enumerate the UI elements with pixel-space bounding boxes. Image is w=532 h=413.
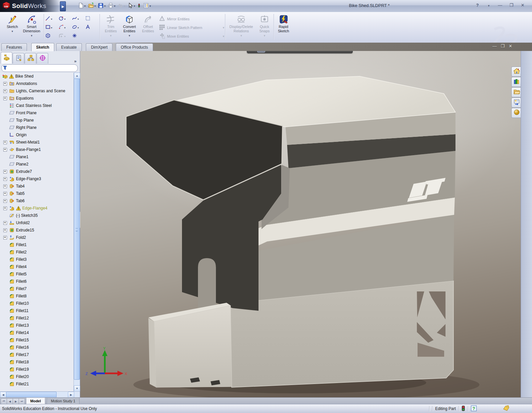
tab-model[interactable]: Model xyxy=(26,398,45,404)
tree-item-front-plane[interactable]: Front Plane xyxy=(0,109,74,117)
tree-item-fillet7[interactable]: Fillet7 xyxy=(0,285,74,292)
open-doc-button[interactable]: ▾ xyxy=(87,1,97,11)
tree-item-fillet4[interactable]: Fillet4 xyxy=(0,263,74,270)
expand-toggle[interactable] xyxy=(3,221,7,225)
zoom-area-button[interactable] xyxy=(258,51,265,52)
previous-view-button[interactable] xyxy=(266,51,273,52)
vertical-scroll-thumb[interactable] xyxy=(74,79,80,380)
tree-item-fillet6[interactable]: Fillet6 xyxy=(0,278,74,285)
restore-button[interactable]: ❐ xyxy=(508,3,515,8)
tree-item-annotations[interactable]: AAnnotations xyxy=(0,80,74,87)
move-entities-caret[interactable]: ▾ xyxy=(223,35,224,38)
appearance-button[interactable]: ▾ xyxy=(312,51,321,52)
tree-item-right-plane[interactable]: Right Plane xyxy=(0,124,74,131)
task-pane-design-library-tab[interactable] xyxy=(511,77,521,87)
save-doc-button[interactable]: ▾ xyxy=(97,1,106,11)
scroll-down-button[interactable]: ▼ xyxy=(74,385,80,392)
smart-dimension-dropdown-caret[interactable]: ▾ xyxy=(22,34,41,37)
tab-motion-study-1[interactable]: Motion Study 1 xyxy=(47,398,80,404)
tab-evaluate[interactable]: Evaluate xyxy=(56,43,82,51)
expand-toggle[interactable] xyxy=(3,206,7,210)
spline-tool-button[interactable]: ▾ xyxy=(72,16,85,22)
tab-dimxpert[interactable]: DimXpert xyxy=(86,43,112,51)
study-nav-first-button[interactable]: ⏮ xyxy=(1,398,7,404)
expand-toggle[interactable] xyxy=(3,89,7,93)
new-doc-button[interactable]: ▾ xyxy=(77,1,87,11)
help-button[interactable]: ? xyxy=(474,3,481,8)
scene-button[interactable]: ▾ xyxy=(322,51,331,52)
tab-features[interactable]: Features xyxy=(1,43,27,51)
expand-toggle[interactable] xyxy=(3,177,7,181)
offset-entities-button[interactable]: Offset Entities xyxy=(138,13,158,41)
tree-item-fillet1[interactable]: Fillet1 xyxy=(0,241,74,248)
circle-tool-button[interactable]: ▾ xyxy=(59,16,72,22)
tree-item-fillet5[interactable]: Fillet5 xyxy=(0,270,74,278)
featuremanager-tab[interactable] xyxy=(1,52,12,64)
tree-horizontal-scrollbar[interactable]: ◀ ▶ xyxy=(0,391,80,398)
select-cursor-button[interactable]: ▾ xyxy=(127,1,136,11)
linear-sketch-pattern-button[interactable]: Linear Sketch Pattern ▾ xyxy=(159,23,224,32)
tree-item-base-flange1[interactable]: Base-Flange1 xyxy=(0,146,74,153)
study-nav-last-button[interactable]: ⏭ xyxy=(19,398,25,404)
tree-item-unfold2[interactable]: Unfold2 xyxy=(0,219,74,226)
tree-item-fillet18[interactable]: Fillet18 xyxy=(0,358,74,366)
display-style-button[interactable]: ▾ xyxy=(292,51,301,52)
tab-sketch[interactable]: Sketch xyxy=(31,43,54,51)
tree-item-fillet17[interactable]: Fillet17 xyxy=(0,351,74,358)
tree-item-sheet-metal1[interactable]: Sheet-Metal1 xyxy=(0,139,74,146)
scroll-up-button[interactable]: ▲ xyxy=(74,73,80,79)
study-nav-next-button[interactable]: ▶ xyxy=(13,398,19,404)
selection-filter-button[interactable] xyxy=(136,1,142,11)
view-orientation-button[interactable]: ▾ xyxy=(282,51,291,52)
expand-toggle[interactable] xyxy=(3,141,7,144)
tree-item-tab5[interactable]: Tab5 xyxy=(0,190,74,197)
rectangle-tool-button[interactable]: ▾ xyxy=(45,24,59,31)
trim-dropdown-caret[interactable]: ▾ xyxy=(101,34,120,37)
expand-toggle[interactable] xyxy=(3,199,7,203)
tree-item-equations[interactable]: ΣEquations xyxy=(0,95,74,102)
tree-item-tab6[interactable]: Tab6 xyxy=(0,197,74,205)
tree-vertical-scrollbar[interactable]: ▲ ▼ xyxy=(74,73,80,391)
display-delete-caret[interactable]: ▾ xyxy=(227,34,256,37)
tree-item-extrude7[interactable]: Extrude7 xyxy=(0,168,74,175)
tree-item-fillet14[interactable]: Fillet14 xyxy=(0,329,74,336)
display-delete-relations-button[interactable]: Display/Delete Relations ▾ xyxy=(227,13,256,41)
task-pane-file-explorer-tab[interactable] xyxy=(511,87,521,97)
text-tool-tool-button[interactable] xyxy=(85,24,98,31)
tree-item-lights-cameras-and-scene[interactable]: Lights, Cameras and Scene xyxy=(0,87,74,95)
close-button[interactable]: ✕ xyxy=(519,3,526,8)
tree-item-fillet3[interactable]: Fillet3 xyxy=(0,256,74,263)
task-pane-appearances-tab[interactable] xyxy=(511,108,521,118)
propertymanager-tab[interactable] xyxy=(13,53,24,64)
tree-item-fillet8[interactable]: Fillet8 xyxy=(0,292,74,300)
tree-item-fillet16[interactable]: Fillet16 xyxy=(0,344,74,351)
expand-toggle[interactable] xyxy=(3,170,7,174)
point-tool-button[interactable] xyxy=(72,33,85,40)
sketch-dropdown-caret[interactable]: ▾ xyxy=(3,30,22,33)
tree-item-fillet19[interactable]: Fillet19 xyxy=(0,366,74,373)
sketch-fillet-tool-button[interactable]: ▾ xyxy=(59,33,72,40)
task-pane-view-palette-tab[interactable] xyxy=(511,98,521,108)
minimize-button[interactable]: ― xyxy=(497,3,503,8)
bike-shed-3d-model[interactable] xyxy=(80,51,521,397)
menu-caret-button[interactable]: ▾ xyxy=(485,3,492,8)
polygon-tool-button[interactable] xyxy=(45,33,59,40)
line-tool-button[interactable]: ▾ xyxy=(45,16,59,22)
tab-office-products[interactable]: Office Products xyxy=(116,43,153,51)
move-entities-button[interactable]: Move Entities ▾ xyxy=(159,32,224,41)
tree-item-plane1[interactable]: Plane1 xyxy=(0,153,74,161)
expand-toggle[interactable] xyxy=(3,228,7,232)
task-pane-home-tab[interactable] xyxy=(511,67,521,77)
horizontal-scroll-thumb[interactable] xyxy=(6,392,57,398)
select-box-tool-button[interactable] xyxy=(85,16,98,22)
document-restore-button[interactable]: ❐ xyxy=(501,44,505,49)
expand-toggle[interactable] xyxy=(3,97,7,100)
tree-item-extrude15[interactable]: Extrude15 xyxy=(0,226,74,234)
document-close-button[interactable]: ✕ xyxy=(509,44,512,49)
hide-show-button[interactable]: ▾ xyxy=(302,51,311,52)
tree-item-fillet21[interactable]: Fillet21 xyxy=(0,380,74,388)
document-minimize-button[interactable]: ― xyxy=(492,44,497,49)
tree-item-fillet10[interactable]: Fillet10 xyxy=(0,300,74,307)
ellipse-tool-button[interactable]: ▾ xyxy=(72,24,85,31)
panel-tabs-overflow[interactable]: » xyxy=(74,59,77,64)
